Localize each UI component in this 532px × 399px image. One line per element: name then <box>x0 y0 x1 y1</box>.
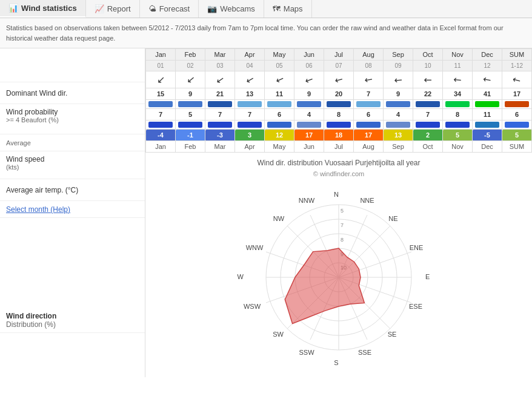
map-icon: 🗺 <box>273 4 281 13</box>
svg-text:8: 8 <box>341 237 344 243</box>
label-wnw: WNW <box>246 244 264 251</box>
sidebar-wind-speed: Wind speed (kts) <box>0 151 145 179</box>
sidebar-select-month[interactable]: Select month (Help) <box>0 201 145 218</box>
svg-text:7: 7 <box>341 222 344 228</box>
air-temp-cell: 17 <box>294 130 324 141</box>
stats-table: Jan Feb Mar Apr May Jun Jul Aug Sep Oct … <box>145 48 532 153</box>
wind-speed-values-row: 75776486478116 <box>146 109 532 120</box>
sidebar-avg-label: Average <box>0 134 145 151</box>
arrows-row: ↙↙↙↙↙↙↙↙↙↙↙↙↙ <box>146 71 532 88</box>
color-bar-element <box>416 122 440 128</box>
wind-prob-val: 22 <box>413 88 443 100</box>
sidebar-wind-prob: Wind probability >= 4 Beaufort (%) <box>0 104 145 134</box>
air-temp-cell: -1 <box>176 130 205 141</box>
wind-prob-bar <box>502 100 532 109</box>
color-bar-element <box>327 122 351 128</box>
nav-webcams[interactable]: 📷 Webcams <box>199 0 264 18</box>
month-label-repeat: Dec <box>473 141 502 153</box>
air-temp-cell: -4 <box>146 130 176 141</box>
month-label-repeat: May <box>265 141 294 153</box>
sidebar-wind-dir-section: Wind direction Distribution (%) <box>0 309 145 333</box>
chart-subtitle: © windfinder.com <box>151 170 526 177</box>
arrow-cell: ↙ <box>413 71 443 88</box>
wind-speed-bar <box>176 120 205 130</box>
color-bar-element <box>386 101 410 107</box>
main-layout: Dominant Wind dir. Wind probability >= 4… <box>0 48 532 377</box>
th-jul: Jul <box>324 49 354 61</box>
th-apr: Apr <box>235 49 265 61</box>
wind-speed-val: 11 <box>473 109 502 120</box>
label-ne: NE <box>388 215 397 222</box>
wind-speed-val: 7 <box>235 109 265 120</box>
month-label-repeat: Apr <box>235 141 265 153</box>
nav-maps[interactable]: 🗺 Maps <box>264 0 312 18</box>
arrow-cell: ↙ <box>473 71 502 88</box>
color-bar-element <box>445 101 470 107</box>
month-label-repeat: Aug <box>354 141 384 153</box>
th-07: 07 <box>324 61 354 71</box>
wind-speed-val: 4 <box>294 109 324 120</box>
arrow-cell: ↙ <box>502 71 532 88</box>
th-mar: Mar <box>205 49 235 61</box>
nav-report[interactable]: 📈 Report <box>86 0 140 18</box>
air-temp-cell: 3 <box>235 130 265 141</box>
th-10: 10 <box>413 61 443 71</box>
color-bar-element <box>178 101 202 107</box>
color-bar-element <box>327 101 351 107</box>
th-112: 1-12 <box>502 61 532 71</box>
wind-speed-bar <box>443 120 473 130</box>
air-temp-cell: -5 <box>473 130 502 141</box>
th-09: 09 <box>384 61 413 71</box>
sidebar-air-temp: Average air temp. (°C) <box>0 179 145 201</box>
wind-speed-bar <box>384 120 413 130</box>
nav-wind-statistics[interactable]: 📊 Wind statistics <box>0 0 86 18</box>
label-nne: NNE <box>360 197 374 204</box>
nav-bar: 📊 Wind statistics 📈 Report 🌤 Forecast 📷 … <box>0 0 532 18</box>
color-bar-element <box>416 101 440 107</box>
label-ene: ENE <box>410 244 424 251</box>
wind-prob-val: 9 <box>176 88 205 100</box>
wind-speed-bar <box>354 120 384 130</box>
wind-prob-bar <box>235 100 265 109</box>
color-bar-element <box>148 122 173 128</box>
chart-title: Wind dir. distribution Vuosaari Purjehti… <box>151 159 526 167</box>
wind-speed-val: 8 <box>324 109 354 120</box>
report-icon: 📈 <box>95 4 104 13</box>
color-bar-element <box>356 122 381 128</box>
label-n: N <box>334 191 339 198</box>
wind-speed-val: 4 <box>384 109 413 120</box>
th-11: 11 <box>443 61 473 71</box>
wind-prob-val: 7 <box>354 88 384 100</box>
nav-forecast[interactable]: 🌤 Forecast <box>140 0 199 18</box>
month-label-repeat: Jun <box>294 141 324 153</box>
wind-prob-bars-row <box>146 100 532 109</box>
wind-speed-bar <box>473 120 502 130</box>
color-bar-element <box>505 101 529 107</box>
wind-prob-bar <box>384 100 413 109</box>
wind-speed-bar <box>324 120 354 130</box>
arrow-cell: ↙ <box>176 71 205 88</box>
forecast-icon: 🌤 <box>148 4 156 13</box>
color-bar-element <box>208 122 232 128</box>
th-sep: Sep <box>384 49 413 61</box>
wind-speed-bar <box>146 120 176 130</box>
air-temp-cell: 17 <box>354 130 384 141</box>
wind-speed-val: 7 <box>205 109 235 120</box>
color-bar-element <box>475 122 499 128</box>
wind-speed-val: 5 <box>176 109 205 120</box>
wind-prob-val: 9 <box>294 88 324 100</box>
wind-prob-val: 20 <box>324 88 354 100</box>
th-03: 03 <box>205 61 235 71</box>
arrow-cell: ↙ <box>146 71 176 88</box>
radar-svg: 10 9 8 7 5 N NNE NE ENE E ESE <box>233 183 445 371</box>
wind-speed-bar <box>205 120 235 130</box>
month-label-repeat: Feb <box>176 141 205 153</box>
wind-prob-bar <box>324 100 354 109</box>
wind-prob-val: 9 <box>384 88 413 100</box>
wind-prob-val: 17 <box>502 88 532 100</box>
wind-speed-bar <box>294 120 324 130</box>
wind-prob-values-row: 1592113119207922344117 <box>146 88 532 100</box>
wind-prob-bar <box>413 100 443 109</box>
label-nw: NW <box>273 215 285 222</box>
label-s: S <box>334 359 338 366</box>
